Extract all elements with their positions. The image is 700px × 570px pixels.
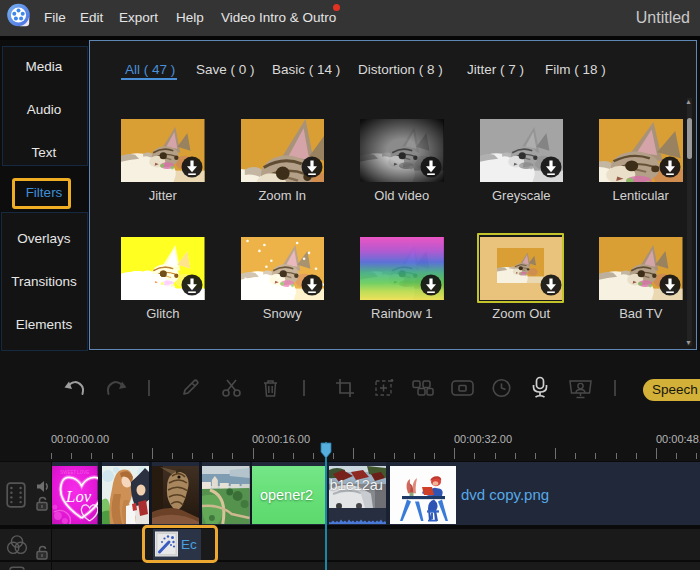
svg-text:SWEET LOVE: SWEET LOVE xyxy=(60,470,89,475)
svg-text:Lον: Lον xyxy=(65,487,92,506)
